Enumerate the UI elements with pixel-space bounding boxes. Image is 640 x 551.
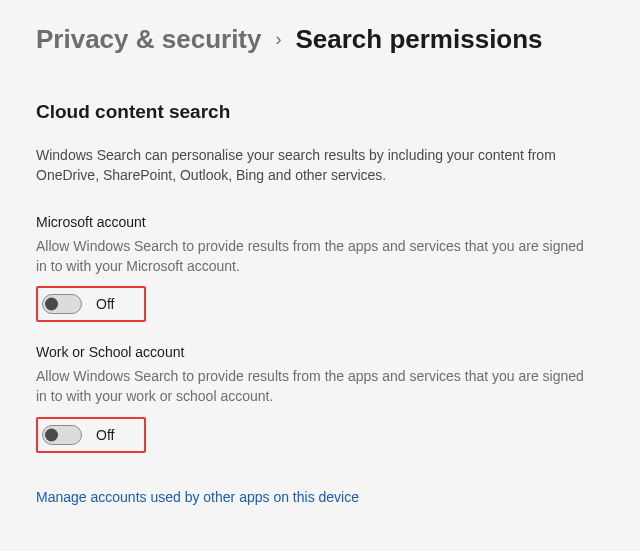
breadcrumb: Privacy & security › Search permissions <box>36 24 604 55</box>
setting-work-school-account: Work or School account Allow Windows Sea… <box>36 344 604 453</box>
breadcrumb-current: Search permissions <box>295 24 542 55</box>
setting-label: Work or School account <box>36 344 604 360</box>
chevron-right-icon: › <box>275 29 281 50</box>
section-description: Windows Search can personalise your sear… <box>36 145 576 186</box>
manage-accounts-link[interactable]: Manage accounts used by other apps on th… <box>36 489 359 505</box>
section-title: Cloud content search <box>36 101 604 123</box>
toggle-knob <box>45 298 58 311</box>
breadcrumb-parent[interactable]: Privacy & security <box>36 24 261 55</box>
setting-microsoft-account: Microsoft account Allow Windows Search t… <box>36 214 604 323</box>
highlight-box: Off <box>36 286 146 322</box>
setting-description: Allow Windows Search to provide results … <box>36 236 596 277</box>
setting-label: Microsoft account <box>36 214 604 230</box>
highlight-box: Off <box>36 417 146 453</box>
setting-description: Allow Windows Search to provide results … <box>36 366 596 407</box>
toggle-knob <box>45 428 58 441</box>
toggle-state-label: Off <box>96 427 114 443</box>
toggle-state-label: Off <box>96 296 114 312</box>
toggle-work-school-account[interactable] <box>42 425 82 445</box>
toggle-microsoft-account[interactable] <box>42 294 82 314</box>
